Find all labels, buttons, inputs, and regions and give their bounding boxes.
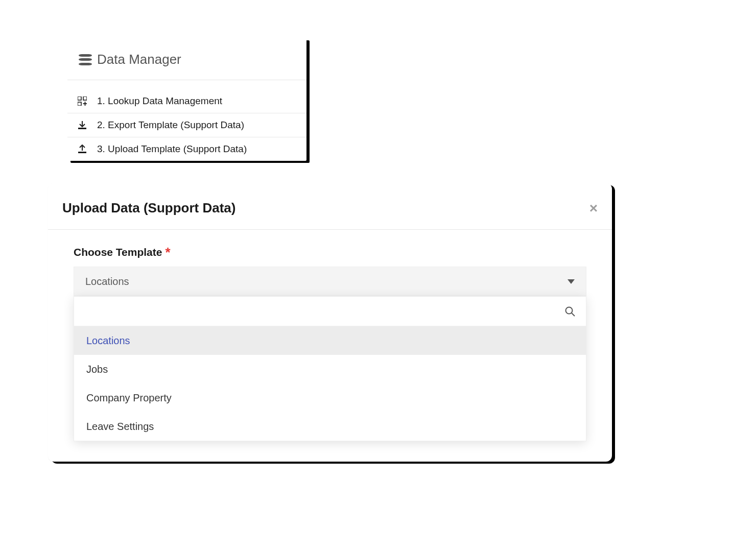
svg-rect-6	[78, 128, 86, 129]
dialog-title: Upload Data (Support Data)	[62, 200, 235, 216]
chevron-down-icon	[568, 279, 575, 284]
template-option-leave-settings[interactable]: Leave Settings	[74, 412, 586, 441]
template-option-jobs[interactable]: Jobs	[74, 355, 586, 383]
upload-icon	[77, 145, 88, 154]
svg-rect-8	[78, 152, 86, 153]
dm-item-label: 1. Lookup Data Management	[97, 95, 222, 107]
template-option-label: Locations	[86, 335, 130, 347]
data-manager-panel: Data Manager 1. Lookup Data Management	[67, 38, 306, 161]
template-search-input[interactable]	[84, 297, 564, 326]
template-select-value: Locations	[85, 276, 129, 287]
grid-add-icon	[77, 97, 88, 106]
svg-point-9	[566, 307, 573, 314]
database-icon	[79, 54, 92, 65]
template-options-list: Locations Jobs Company Property Leave Se…	[74, 326, 586, 441]
template-option-label: Jobs	[86, 364, 108, 375]
data-manager-title: Data Manager	[97, 52, 181, 67]
dm-item-upload[interactable]: 3. Upload Template (Support Data)	[67, 137, 306, 161]
dm-item-lookup[interactable]: 1. Lookup Data Management	[67, 89, 306, 113]
dialog-header: Upload Data (Support Data) ×	[48, 183, 612, 230]
dialog-body: Choose Template * Locations Locati	[48, 230, 612, 462]
template-option-label: Leave Settings	[86, 421, 154, 433]
search-icon[interactable]	[564, 306, 576, 317]
choose-template-label: Choose Template *	[74, 246, 586, 258]
choose-template-label-text: Choose Template	[74, 246, 162, 258]
svg-rect-1	[83, 97, 87, 100]
close-icon[interactable]: ×	[589, 201, 598, 215]
upload-data-dialog: Upload Data (Support Data) × Choose Temp…	[48, 183, 612, 462]
template-dropdown-search	[74, 297, 586, 326]
data-manager-list: 1. Lookup Data Management 2. Export Temp…	[67, 80, 306, 161]
template-option-locations[interactable]: Locations	[74, 326, 586, 355]
template-select[interactable]: Locations	[74, 267, 586, 296]
svg-rect-2	[78, 102, 81, 106]
template-option-label: Company Property	[86, 392, 172, 404]
dm-item-export[interactable]: 2. Export Template (Support Data)	[67, 113, 306, 137]
data-manager-header: Data Manager	[67, 38, 306, 80]
dm-item-label: 2. Export Template (Support Data)	[97, 119, 244, 131]
svg-line-10	[572, 313, 575, 316]
template-option-company-property[interactable]: Company Property	[74, 383, 586, 412]
dm-item-label: 3. Upload Template (Support Data)	[97, 143, 247, 155]
required-star-icon: *	[165, 247, 170, 258]
template-dropdown-panel: Locations Jobs Company Property Leave Se…	[74, 296, 586, 441]
svg-rect-0	[78, 97, 81, 100]
download-icon	[77, 121, 88, 130]
